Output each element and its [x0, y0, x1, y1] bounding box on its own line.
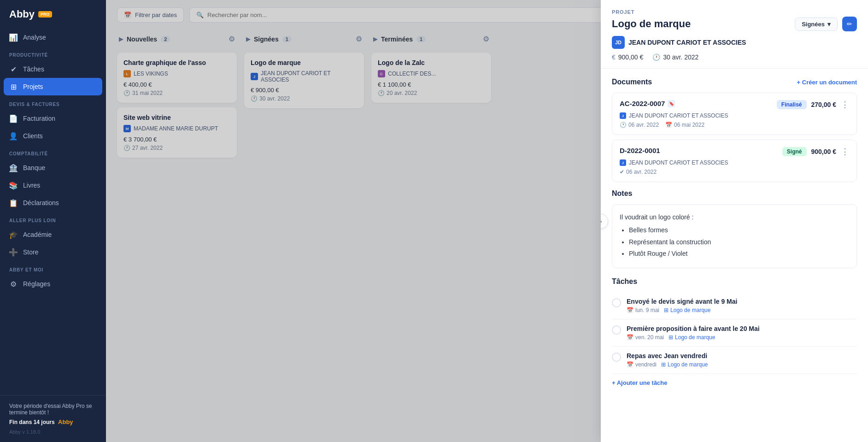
analyse-icon: 📊: [9, 33, 18, 41]
panel-title: Logo de marque: [612, 18, 691, 30]
task-project-1[interactable]: ⊞ Logo de marque: [664, 307, 710, 313]
doc-card-ac2022[interactable]: AC-2022-0007 🔖 Finalisé 270,00 € ⋮ J JEA…: [612, 93, 857, 135]
filter-dates-button[interactable]: 📅 Filtrer par dates: [117, 7, 184, 23]
task-project-2[interactable]: ⊞ Logo de marque: [669, 334, 715, 341]
kanban-col-title-signees[interactable]: ▶ Signées 1: [246, 35, 292, 43]
status-dropdown[interactable]: Signées ▾: [795, 18, 838, 31]
card-amount: € 900,00 €: [251, 87, 358, 94]
doc-client-avatar: J: [620, 112, 626, 119]
sidebar-item-label: Banque: [23, 164, 45, 171]
card-client: C COLLECTIF DES...: [378, 70, 485, 77]
client-name: JEAN DUPONT CARIOT ET ASSOCIES: [261, 70, 358, 83]
right-panel: › PROJET Logo de marque Signées ▾ ✏ JD J…: [601, 0, 868, 442]
task-checkbox-2[interactable]: [612, 325, 621, 335]
gear-icon[interactable]: ⚙: [483, 35, 489, 43]
col-count: 1: [282, 36, 292, 42]
kanban-col-nouvelles: ▶ Nouvelles 2 ⚙ Charte graphique de l'as…: [117, 30, 237, 435]
doc-menu-button[interactable]: ⋮: [841, 147, 849, 157]
calendar-icon: 📅: [665, 122, 672, 128]
task-title-3: Repas avec Jean vendredi: [627, 352, 708, 359]
client-avatar: C: [378, 70, 385, 77]
sidebar-item-analyse[interactable]: 📊 Analyse: [0, 29, 106, 46]
client-name: COLLECTIF DES...: [388, 71, 436, 77]
project-icon: ⊞: [661, 361, 666, 368]
clients-icon: 👤: [9, 132, 18, 140]
sidebar-item-reglages[interactable]: ⚙ Réglages: [0, 275, 106, 293]
task-date-2: 📅 ven. 20 mai: [627, 334, 664, 341]
kanban-col-title-nouvelles[interactable]: ▶ Nouvelles 2: [119, 35, 170, 43]
check-icon: ✔: [620, 169, 624, 175]
add-task-button[interactable]: + Ajouter une tâche: [612, 374, 857, 392]
sidebar-item-livres[interactable]: 📚 Livres: [0, 177, 106, 194]
doc-status-badge: Signé: [782, 147, 807, 156]
banque-icon: 🏦: [9, 164, 18, 172]
doc-amount: 270,00 €: [811, 101, 837, 108]
sidebar-item-academie[interactable]: 🎓 Académie: [0, 226, 106, 243]
kanban-card-logo-zalc[interactable]: Logo de la Zalc C COLLECTIF DES... € 1 1…: [371, 53, 491, 103]
sidebar-item-label: Projets: [23, 83, 43, 90]
task-project-3[interactable]: ⊞ Logo de marque: [661, 361, 708, 368]
kanban-col-signees: ▶ Signées 1 ⚙ Logo de marque J JEAN DUPO…: [244, 30, 364, 435]
task-date-1: 📅 lun. 9 mai: [627, 307, 659, 313]
card-title: Logo de la Zalc: [378, 59, 485, 66]
notes-box[interactable]: Il voudrait un logo coloré : Belles form…: [612, 204, 857, 268]
sidebar-item-taches[interactable]: ✔ Tâches: [0, 60, 106, 78]
task-content-3: Repas avec Jean vendredi 📅 vendredi ⊞ Lo…: [627, 352, 708, 368]
doc-date1: 🕐 06 avr. 2022: [620, 122, 659, 128]
kanban-col-header-terminees: ▶ Terminées 1 ⚙: [371, 30, 491, 48]
sidebar-item-facturation[interactable]: 📄 Facturation: [0, 110, 106, 127]
tasks-section-header: Tâches: [612, 277, 857, 286]
meta-amount-value: 900,00 €: [618, 53, 644, 61]
card-amount: € 1 100,00 €: [378, 81, 485, 88]
sidebar-section-productivite: PRODUCTIVITÉ: [0, 46, 106, 60]
doc-meta-row: ✔ 06 avr. 2022: [620, 169, 849, 175]
kanban-card-site-web[interactable]: Site web vitrine M MADAME ANNE MARIE DUR…: [117, 107, 237, 158]
card-client: J JEAN DUPONT CARIOT ET ASSOCIES: [251, 70, 358, 83]
task-checkbox-1[interactable]: [612, 298, 621, 307]
card-client: L LES VIKINGS: [123, 70, 230, 77]
sidebar-item-store[interactable]: ➕ Store: [0, 243, 106, 261]
sidebar-item-declarations[interactable]: 📋 Déclarations: [0, 194, 106, 212]
sidebar-item-label: Livres: [23, 182, 40, 189]
kanban-card-logo-marque[interactable]: Logo de marque J JEAN DUPONT CARIOT ET A…: [244, 53, 364, 108]
panel-header: PROJET Logo de marque Signées ▾ ✏ JD JEA…: [601, 0, 868, 69]
card-client: M MADAME ANNE MARIE DURUPT: [123, 125, 230, 132]
notes-text: Il voudrait un logo coloré :: [620, 212, 849, 223]
create-doc-button[interactable]: + Créer un document: [797, 79, 857, 86]
sidebar-section-devis: DEVIS & FACTURES: [0, 95, 106, 110]
notes-section-title: Notes: [612, 189, 632, 198]
doc-card-d2022[interactable]: D-2022-0001 Signé 900,00 € ⋮ J JEAN DUPO…: [612, 140, 857, 182]
reglages-icon: ⚙: [9, 280, 18, 288]
edit-button[interactable]: ✏: [842, 17, 857, 31]
panel-body: Documents + Créer un document AC-2022-00…: [601, 69, 868, 442]
task-meta-2: 📅 ven. 20 mai ⊞ Logo de marque: [627, 334, 760, 341]
doc-client-avatar: J: [620, 159, 626, 166]
search-icon: 🔍: [196, 12, 204, 18]
sidebar-item-clients[interactable]: 👤 Clients: [0, 127, 106, 145]
euro-icon: €: [612, 53, 616, 61]
main-area: 📅 Filtrer par dates 🔍 ⊞ ▶ Nouvelles 2 ⚙: [106, 0, 868, 442]
gear-icon[interactable]: ⚙: [356, 35, 362, 43]
notes-bullet-1: Belles formes: [629, 225, 849, 236]
sidebar-item-label: Store: [23, 248, 38, 256]
sidebar-item-projets[interactable]: ⊞ Projets: [4, 78, 102, 95]
doc-menu-button[interactable]: ⋮: [841, 100, 849, 110]
panel-projet-label: PROJET: [612, 9, 857, 15]
kanban-card-charte[interactable]: Charte graphique de l'asso L LES VIKINGS…: [117, 53, 237, 103]
col-title-label: Nouvelles: [127, 35, 157, 43]
client-name: LES VIKINGS: [134, 71, 168, 77]
doc-meta-row: 🕐 06 avr. 2022 📅 06 mai 2022: [620, 122, 849, 128]
task-checkbox-3[interactable]: [612, 353, 621, 362]
meta-row: € 900,00 € 🕐 30 avr. 2022: [612, 53, 857, 61]
kanban-col-title-terminees[interactable]: ▶ Terminées 1: [373, 35, 426, 43]
gear-icon[interactable]: ⚙: [229, 35, 235, 43]
doc-client-row: J JEAN DUPONT CARIOT ET ASSOCIES: [620, 112, 849, 119]
clock-icon: 🕐: [123, 145, 130, 151]
card-date: 🕐 30 avr. 2022: [251, 95, 358, 102]
task-meta-3: 📅 vendredi ⊞ Logo de marque: [627, 361, 708, 368]
task-meta-1: 📅 lun. 9 mai ⊞ Logo de marque: [627, 307, 737, 313]
projets-icon: ⊞: [9, 83, 18, 91]
trial-days: Fin dans 14 jours Abby: [9, 418, 97, 425]
sidebar-section-aller: ALLER PLUS LOIN: [0, 212, 106, 226]
sidebar-item-banque[interactable]: 🏦 Banque: [0, 159, 106, 177]
